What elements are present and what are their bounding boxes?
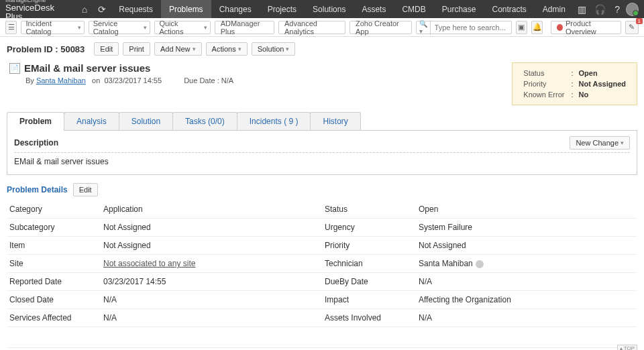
status-value: Open [576, 68, 629, 78]
tab-problem[interactable]: Problem [7, 112, 64, 130]
new-change-button[interactable]: New Change [570, 136, 630, 150]
detail-item: Not Assigned [101, 237, 322, 255]
details-edit-button[interactable]: Edit [73, 183, 98, 196]
detail-priority: Not Assigned [416, 237, 637, 255]
toolbar: ☰ Incident Catalog Service Catalog Quick… [0, 18, 644, 37]
details-grid: Category Application Status Open Subcate… [7, 200, 637, 327]
nav-projects[interactable]: Projects [260, 0, 305, 18]
help-icon[interactable]: ? [608, 4, 626, 15]
tabs: Problem Analysis Solution Tasks (0/0) In… [7, 112, 637, 131]
detail-site-link[interactable]: Not associated to any site [103, 259, 195, 268]
solution-button[interactable]: Solution [252, 42, 296, 56]
detail-technician: Santa Mahiban [416, 255, 637, 273]
admanager-button[interactable]: ADManager Plus [215, 21, 274, 34]
description-label: Description [14, 138, 58, 148]
product-overview-button[interactable]: Product Overview [551, 21, 621, 34]
priority-value: Not Assigned [576, 79, 629, 89]
search-scope-icon[interactable]: 🔍 ▾ [417, 20, 431, 35]
notes-top-link[interactable]: TOP [617, 345, 637, 350]
detail-reported: 03/23/2017 14:55 [101, 273, 322, 291]
brand-bottom: ServiceDesk Plus [5, 3, 69, 21]
problem-title: 📄 EMail & mail server issues [9, 62, 505, 74]
incident-catalog-select[interactable]: Incident Catalog [21, 21, 84, 34]
user-avatar[interactable] [626, 3, 639, 16]
detail-subcategory: Not Assigned [101, 219, 322, 237]
due-date: N/A [221, 76, 233, 84]
announcement-icon[interactable]: ✎ 1 [625, 21, 639, 34]
byline: By Santa Mahiban on 03/23/2017 14:55 Due… [9, 76, 505, 84]
nav-purchase[interactable]: Purchase [434, 0, 484, 18]
analytics-button[interactable]: Advanced Analytics [278, 21, 345, 34]
top-navbar: ManageEngine ServiceDesk Plus ⌂ ⟳ Reques… [0, 0, 644, 18]
user-icon [476, 260, 484, 268]
zoho-button[interactable]: Zoho Creator App [350, 21, 412, 34]
nav-assets[interactable]: Assets [354, 0, 394, 18]
service-catalog-select[interactable]: Service Catalog [89, 21, 151, 34]
tab-analysis[interactable]: Analysis [64, 112, 119, 130]
announcement-badge: 1 [636, 18, 643, 24]
nav-contracts[interactable]: Contracts [484, 0, 534, 18]
author-link[interactable]: Santa Mahiban [36, 76, 86, 84]
refresh-icon[interactable]: ⟳ [93, 4, 111, 15]
detail-impact: Affecting the Organization [416, 291, 637, 309]
nav-solutions[interactable]: Solutions [305, 0, 354, 18]
problem-id: Problem ID : 50083 [7, 44, 85, 54]
search-container: 🔍 ▾ [416, 21, 512, 34]
home-icon[interactable]: ⌂ [76, 4, 93, 15]
tab-solution[interactable]: Solution [119, 112, 173, 130]
brand-logo: ManageEngine ServiceDesk Plus [5, 0, 69, 21]
actions-button[interactable]: Actions [206, 42, 248, 56]
status-box: Status:Open Priority:Not Assigned Known … [512, 62, 637, 105]
reports-icon[interactable]: ▥ [574, 4, 591, 15]
tab-incidents[interactable]: Incidents ( 9 ) [237, 112, 311, 130]
notification-bell-icon[interactable]: 🔔 [531, 21, 543, 34]
detail-services: N/A [101, 309, 322, 327]
action-row: Problem ID : 50083 Edit Print Add New Ac… [7, 42, 637, 56]
nav-changes[interactable]: Changes [211, 0, 260, 18]
problem-details-heading: Problem Details [7, 185, 68, 194]
nav-problems[interactable]: Problems [161, 0, 211, 18]
description-panel: Description New Change EMail & mail serv… [7, 131, 637, 175]
created-date: 03/23/2017 14:55 [104, 76, 162, 84]
search-input[interactable] [431, 23, 511, 32]
description-body: EMail & mail server issues [14, 157, 630, 169]
details-heading-row: Problem Details Edit [7, 183, 637, 196]
main-content: Problem ID : 50083 Edit Print Add New Ac… [0, 37, 644, 350]
detail-closed: N/A [101, 291, 322, 309]
tab-history[interactable]: History [310, 112, 360, 130]
detail-category: Application [101, 200, 322, 219]
toggle-sidebar-icon[interactable]: ☰ [5, 21, 17, 34]
known-error-value: No [576, 90, 629, 99]
support-icon[interactable]: 🎧 [591, 4, 608, 15]
header-row: 📄 EMail & mail server issues By Santa Ma… [7, 62, 637, 105]
detail-assets: N/A [416, 309, 637, 327]
document-icon: 📄 [9, 63, 20, 74]
edit-button[interactable]: Edit [94, 42, 119, 56]
detail-urgency: System Failure [416, 219, 637, 237]
record-icon [557, 24, 563, 31]
nav-cmdb[interactable]: CMDB [394, 0, 433, 18]
tab-tasks[interactable]: Tasks (0/0) [172, 112, 237, 130]
scan-icon[interactable]: ▣ [516, 21, 527, 34]
notes-section: TOP Notes Add [ 0 Notes ] [7, 347, 637, 350]
detail-dueby: N/A [416, 273, 637, 291]
detail-status: Open [416, 200, 637, 219]
nav-requests[interactable]: Requests [111, 0, 161, 18]
print-button[interactable]: Print [123, 42, 150, 56]
add-new-button[interactable]: Add New [154, 42, 202, 56]
quick-actions-select[interactable]: Quick Actions [154, 21, 210, 34]
nav-admin[interactable]: Admin [535, 0, 574, 18]
